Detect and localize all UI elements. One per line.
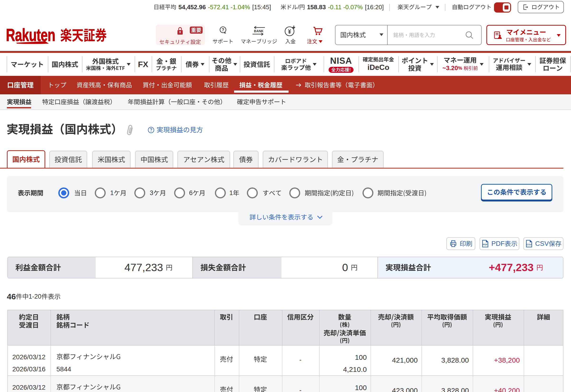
svg-text:BANK: BANK [254, 29, 263, 33]
svg-text:?: ? [222, 27, 224, 32]
svg-text:CSV: CSV [527, 243, 532, 246]
svg-text:PDF: PDF [483, 243, 488, 246]
